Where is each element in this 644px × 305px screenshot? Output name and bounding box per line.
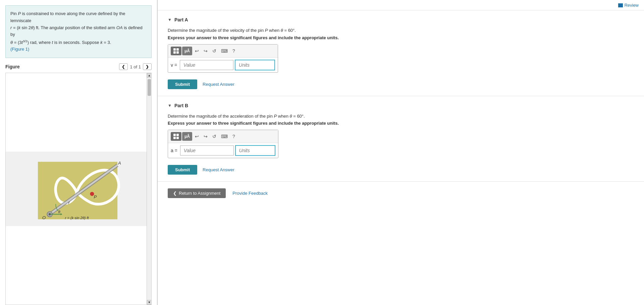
scroll-down-button[interactable]: ▼ — [147, 300, 152, 305]
part-a-title: Part A — [174, 17, 188, 22]
part-b-collapse-arrow[interactable]: ▼ — [168, 103, 172, 108]
svg-rect-22 — [176, 137, 179, 139]
part-b-help-btn[interactable]: ? — [230, 133, 237, 140]
review-icon — [618, 3, 623, 7]
figure-scrollbar[interactable]: ▲ ▼ — [147, 73, 151, 305]
part-b-toolbar: μÂ ↩ ↪ ↺ ⌨ ? — [168, 130, 278, 143]
part-a-symbol-btn[interactable]: μÂ — [182, 47, 192, 55]
part-a-input-label: v = — [171, 62, 177, 68]
svg-text:A: A — [118, 161, 121, 166]
problem-description: Pin P is constrained to move along the c… — [5, 5, 152, 58]
figure-nav: ❮ 1 of 1 ❯ — [119, 63, 152, 70]
scroll-thumb[interactable] — [148, 79, 151, 96]
figure-container: A P O r θ r = (k sin 2θ) ft — [5, 73, 152, 305]
figure-svg: A P O r θ r = (k sin 2θ) ft — [6, 73, 151, 305]
part-b-undo-btn[interactable]: ↩ — [193, 133, 201, 140]
part-b-matrix-btn[interactable] — [171, 132, 181, 141]
part-a-express-note: Express your answer to three significant… — [168, 35, 634, 40]
svg-rect-21 — [173, 137, 176, 139]
figure-link[interactable]: (Figure 1) — [10, 47, 29, 52]
part-a-units-input[interactable] — [235, 60, 275, 70]
right-panel: Review ▼ Part A Determine the magnitude … — [158, 0, 644, 305]
part-b-value-input[interactable] — [180, 145, 234, 156]
return-label: Return to Assignment — [179, 191, 220, 196]
part-a-undo-btn[interactable]: ↩ — [193, 48, 201, 54]
part-a-reset-btn[interactable]: ↺ — [210, 48, 218, 54]
part-b-section: ▼ Part B Determine the magnitude of the … — [158, 96, 644, 182]
svg-rect-19 — [173, 134, 176, 136]
part-b-express-note: Express your answer to three significant… — [168, 121, 634, 126]
part-a-matrix-btn[interactable] — [171, 47, 181, 55]
part-b-units-input[interactable] — [235, 145, 275, 156]
svg-rect-20 — [176, 134, 179, 136]
figure-header: Figure ❮ 1 of 1 ❯ — [5, 63, 152, 70]
problem-text: Pin P is constrained to move along the c… — [10, 11, 143, 45]
part-a-header: ▼ Part A — [168, 17, 634, 22]
provide-feedback-link[interactable]: Provide Feedback — [232, 191, 268, 196]
svg-rect-15 — [173, 48, 176, 51]
part-a-section: ▼ Part A Determine the magnitude of the … — [158, 10, 644, 96]
part-a-help-btn[interactable]: ? — [230, 48, 237, 54]
figure-page: 1 of 1 — [130, 64, 141, 69]
part-b-input-label: a = — [171, 148, 177, 153]
part-b-submit-button[interactable]: Submit — [168, 165, 197, 175]
part-a-submit-row: Submit Request Answer — [168, 79, 634, 89]
part-b-keyboard-btn[interactable]: ⌨ — [219, 133, 230, 140]
svg-text:P: P — [94, 194, 97, 199]
figure-next-button[interactable]: ❯ — [143, 63, 152, 70]
svg-text:r = (k sin 2θ) ft: r = (k sin 2θ) ft — [65, 216, 89, 220]
part-b-title: Part B — [174, 103, 188, 108]
bottom-actions: ❮ Return to Assignment Provide Feedback — [158, 181, 644, 205]
part-b-request-answer-link[interactable]: Request Answer — [203, 167, 234, 172]
part-a-request-answer-link[interactable]: Request Answer — [203, 82, 234, 87]
svg-text:O: O — [42, 215, 46, 220]
svg-rect-16 — [176, 48, 179, 51]
review-label: Review — [624, 3, 639, 8]
part-b-input-area: μÂ ↩ ↪ ↺ ⌨ ? a = — [168, 130, 278, 158]
part-a-submit-button[interactable]: Submit — [168, 79, 197, 89]
figure-title: Figure — [5, 64, 20, 69]
part-b-header: ▼ Part B — [168, 103, 634, 108]
part-b-reset-btn[interactable]: ↺ — [210, 133, 218, 140]
figure-prev-button[interactable]: ❮ — [119, 63, 128, 70]
part-a-input-area: μÂ ↩ ↪ ↺ ⌨ ? v = — [168, 44, 278, 73]
part-a-redo-btn[interactable]: ↪ — [202, 48, 210, 54]
svg-text:θ: θ — [58, 210, 60, 214]
part-a-toolbar: μÂ ↩ ↪ ↺ ⌨ ? — [168, 45, 278, 58]
scroll-up-button[interactable]: ▲ — [147, 73, 152, 78]
part-b-symbol-btn[interactable]: μÂ — [182, 132, 192, 141]
return-to-assignment-button[interactable]: ❮ Return to Assignment — [168, 188, 226, 198]
return-arrow-icon: ❮ — [173, 191, 177, 196]
part-b-input-row: a = — [168, 143, 278, 158]
part-a-instruction: Determine the magnitude of the velocity … — [168, 27, 634, 34]
part-a-value-input[interactable] — [180, 60, 233, 70]
review-link[interactable]: Review — [618, 3, 639, 8]
part-b-redo-btn[interactable]: ↪ — [202, 133, 210, 140]
left-panel: Pin P is constrained to move along the c… — [0, 0, 158, 305]
figure-section: Figure ❮ 1 of 1 ❯ — [5, 63, 152, 305]
part-a-input-row: v = — [168, 58, 278, 72]
part-a-keyboard-btn[interactable]: ⌨ — [219, 48, 230, 54]
svg-rect-17 — [173, 51, 176, 54]
part-a-collapse-arrow[interactable]: ▼ — [168, 17, 172, 22]
part-b-submit-row: Submit Request Answer — [168, 165, 634, 175]
svg-rect-18 — [176, 51, 179, 54]
part-b-instruction: Determine the magnitude of the accelerat… — [168, 113, 634, 120]
